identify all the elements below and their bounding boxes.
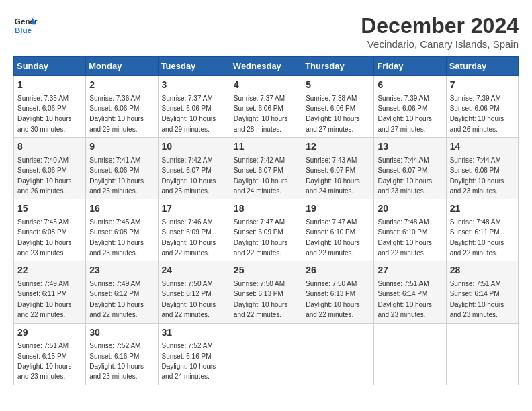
col-wednesday: Wednesday <box>230 57 302 76</box>
day-info: Sunrise: 7:46 AMSunset: 6:09 PMDaylight:… <box>162 218 216 257</box>
day-number: 30 <box>89 326 154 340</box>
day-info: Sunrise: 7:52 AMSunset: 6:16 PMDaylight:… <box>89 342 144 380</box>
day-info: Sunrise: 7:50 AMSunset: 6:12 PMDaylight:… <box>162 280 216 318</box>
day-info: Sunrise: 7:35 AMSunset: 6:06 PMDaylight:… <box>17 95 72 133</box>
day-info: Sunrise: 7:49 AMSunset: 6:11 PMDaylight:… <box>17 280 72 318</box>
day-info: Sunrise: 7:52 AMSunset: 6:16 PMDaylight:… <box>162 342 216 380</box>
day-number: 20 <box>378 202 442 216</box>
day-number: 12 <box>306 140 370 154</box>
day-info: Sunrise: 7:49 AMSunset: 6:12 PMDaylight:… <box>89 280 144 318</box>
day-info: Sunrise: 7:44 AMSunset: 6:07 PMDaylight:… <box>378 156 432 195</box>
day-cell-31: 31Sunrise: 7:52 AMSunset: 6:16 PMDayligh… <box>158 323 230 385</box>
day-cell-2: 2Sunrise: 7:36 AMSunset: 6:06 PMDaylight… <box>86 76 158 138</box>
title-area: December 2024 Vecindario, Canary Islands… <box>361 13 519 50</box>
day-cell-9: 9Sunrise: 7:41 AMSunset: 6:06 PMDaylight… <box>86 138 158 199</box>
day-number: 16 <box>89 202 154 216</box>
day-info: Sunrise: 7:47 AMSunset: 6:09 PMDaylight:… <box>234 218 288 257</box>
day-info: Sunrise: 7:37 AMSunset: 6:06 PMDaylight:… <box>234 95 288 133</box>
day-number: 2 <box>89 79 154 92</box>
day-number: 18 <box>234 202 298 216</box>
day-cell-1: 1Sunrise: 7:35 AMSunset: 6:06 PMDaylight… <box>14 76 86 138</box>
day-number: 23 <box>89 264 154 277</box>
calendar-header-row: Sunday Monday Tuesday Wednesday Thursday… <box>14 57 519 76</box>
day-number: 31 <box>162 326 226 340</box>
day-number: 13 <box>378 140 442 154</box>
day-cell-20: 20Sunrise: 7:48 AMSunset: 6:10 PMDayligh… <box>374 199 446 261</box>
day-cell-3: 3Sunrise: 7:37 AMSunset: 6:06 PMDaylight… <box>158 76 230 138</box>
day-cell-26: 26Sunrise: 7:50 AMSunset: 6:13 PMDayligh… <box>302 261 374 323</box>
day-cell-28: 28Sunrise: 7:51 AMSunset: 6:14 PMDayligh… <box>446 261 518 323</box>
day-cell-10: 10Sunrise: 7:42 AMSunset: 6:07 PMDayligh… <box>158 138 230 199</box>
day-cell-5: 5Sunrise: 7:38 AMSunset: 6:06 PMDaylight… <box>302 76 374 138</box>
day-cell-13: 13Sunrise: 7:44 AMSunset: 6:07 PMDayligh… <box>374 138 446 199</box>
day-cell-24: 24Sunrise: 7:50 AMSunset: 6:12 PMDayligh… <box>158 261 230 323</box>
day-cell-21: 21Sunrise: 7:48 AMSunset: 6:11 PMDayligh… <box>446 199 518 261</box>
day-cell-30: 30Sunrise: 7:52 AMSunset: 6:16 PMDayligh… <box>86 323 158 385</box>
day-number: 1 <box>17 79 82 92</box>
day-info: Sunrise: 7:50 AMSunset: 6:13 PMDaylight:… <box>306 280 360 318</box>
day-number: 3 <box>162 79 226 92</box>
day-info: Sunrise: 7:42 AMSunset: 6:07 PMDaylight:… <box>162 156 216 195</box>
day-number: 22 <box>17 264 82 277</box>
day-cell-8: 8Sunrise: 7:40 AMSunset: 6:06 PMDaylight… <box>14 138 86 199</box>
day-number: 11 <box>234 140 298 154</box>
day-info: Sunrise: 7:40 AMSunset: 6:06 PMDaylight:… <box>17 156 72 195</box>
logo: General Blue <box>13 13 38 38</box>
day-info: Sunrise: 7:43 AMSunset: 6:07 PMDaylight:… <box>306 156 360 195</box>
day-number: 6 <box>378 79 442 92</box>
empty-cell <box>446 323 518 385</box>
day-number: 29 <box>17 326 82 340</box>
col-sunday: Sunday <box>14 57 86 76</box>
day-cell-15: 15Sunrise: 7:45 AMSunset: 6:08 PMDayligh… <box>14 199 86 261</box>
day-info: Sunrise: 7:39 AMSunset: 6:06 PMDaylight:… <box>450 95 504 133</box>
day-cell-6: 6Sunrise: 7:39 AMSunset: 6:06 PMDaylight… <box>374 76 446 138</box>
calendar-week-2: 8Sunrise: 7:40 AMSunset: 6:06 PMDaylight… <box>14 138 519 199</box>
day-cell-7: 7Sunrise: 7:39 AMSunset: 6:06 PMDaylight… <box>446 76 518 138</box>
day-number: 25 <box>234 264 298 277</box>
day-number: 28 <box>450 264 515 277</box>
day-info: Sunrise: 7:51 AMSunset: 6:14 PMDaylight:… <box>450 280 504 318</box>
day-number: 21 <box>450 202 515 216</box>
day-info: Sunrise: 7:44 AMSunset: 6:08 PMDaylight:… <box>450 156 504 195</box>
empty-cell <box>302 323 374 385</box>
day-cell-18: 18Sunrise: 7:47 AMSunset: 6:09 PMDayligh… <box>230 199 302 261</box>
col-thursday: Thursday <box>302 57 374 76</box>
day-info: Sunrise: 7:48 AMSunset: 6:11 PMDaylight:… <box>450 218 504 257</box>
empty-cell <box>374 323 446 385</box>
col-tuesday: Tuesday <box>158 57 230 76</box>
page-header: General Blue December 2024 Vecindario, C… <box>13 13 519 50</box>
day-cell-25: 25Sunrise: 7:50 AMSunset: 6:13 PMDayligh… <box>230 261 302 323</box>
day-number: 24 <box>162 264 226 277</box>
day-info: Sunrise: 7:41 AMSunset: 6:06 PMDaylight:… <box>89 156 144 195</box>
location-subtitle: Vecindario, Canary Islands, Spain <box>361 38 519 50</box>
calendar-week-4: 22Sunrise: 7:49 AMSunset: 6:11 PMDayligh… <box>14 261 519 323</box>
svg-text:Blue: Blue <box>15 26 32 34</box>
day-cell-16: 16Sunrise: 7:45 AMSunset: 6:08 PMDayligh… <box>86 199 158 261</box>
day-number: 8 <box>17 140 82 154</box>
day-cell-4: 4Sunrise: 7:37 AMSunset: 6:06 PMDaylight… <box>230 76 302 138</box>
day-cell-29: 29Sunrise: 7:51 AMSunset: 6:15 PMDayligh… <box>14 323 86 385</box>
day-number: 10 <box>162 140 226 154</box>
day-info: Sunrise: 7:50 AMSunset: 6:13 PMDaylight:… <box>234 280 288 318</box>
day-cell-14: 14Sunrise: 7:44 AMSunset: 6:08 PMDayligh… <box>446 138 518 199</box>
day-number: 14 <box>450 140 515 154</box>
day-number: 27 <box>378 264 442 277</box>
day-cell-23: 23Sunrise: 7:49 AMSunset: 6:12 PMDayligh… <box>86 261 158 323</box>
day-info: Sunrise: 7:38 AMSunset: 6:06 PMDaylight:… <box>306 95 360 133</box>
day-cell-12: 12Sunrise: 7:43 AMSunset: 6:07 PMDayligh… <box>302 138 374 199</box>
day-cell-27: 27Sunrise: 7:51 AMSunset: 6:14 PMDayligh… <box>374 261 446 323</box>
day-info: Sunrise: 7:45 AMSunset: 6:08 PMDaylight:… <box>17 218 72 257</box>
col-saturday: Saturday <box>446 57 518 76</box>
day-number: 26 <box>306 264 370 277</box>
day-info: Sunrise: 7:51 AMSunset: 6:15 PMDaylight:… <box>17 342 72 380</box>
col-monday: Monday <box>86 57 158 76</box>
day-info: Sunrise: 7:39 AMSunset: 6:06 PMDaylight:… <box>378 95 432 133</box>
day-info: Sunrise: 7:45 AMSunset: 6:08 PMDaylight:… <box>89 218 144 257</box>
month-title: December 2024 <box>361 13 519 38</box>
day-cell-19: 19Sunrise: 7:47 AMSunset: 6:10 PMDayligh… <box>302 199 374 261</box>
day-info: Sunrise: 7:36 AMSunset: 6:06 PMDaylight:… <box>89 95 144 133</box>
day-number: 5 <box>306 79 370 92</box>
calendar-week-1: 1Sunrise: 7:35 AMSunset: 6:06 PMDaylight… <box>14 76 519 138</box>
day-number: 4 <box>234 79 298 92</box>
day-info: Sunrise: 7:42 AMSunset: 6:07 PMDaylight:… <box>234 156 288 195</box>
